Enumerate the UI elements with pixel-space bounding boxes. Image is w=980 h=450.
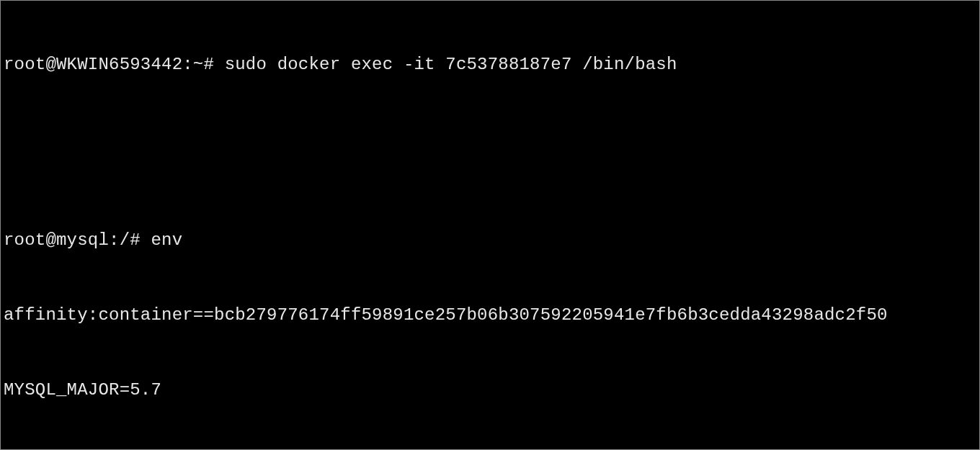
command-text-2: env (151, 230, 182, 250)
env-affinity: affinity:container==bcb279776174ff59891c… (4, 303, 976, 328)
command-line-1: root@WKWIN6593442:~# sudo docker exec -i… (4, 53, 976, 78)
terminal-window[interactable]: root@WKWIN6593442:~# sudo docker exec -i… (4, 2, 976, 450)
output-gap (4, 127, 976, 178)
command-text-1: sudo docker exec -it 7c53788187e7 /bin/b… (225, 55, 677, 74)
prompt-host-1: root@WKWIN6593442:~# (4, 55, 225, 74)
env-mysql-major: MYSQL_MAJOR=5.7 (4, 378, 976, 403)
prompt-host-2: root@mysql:/# (4, 230, 151, 250)
command-line-2: root@mysql:/# env (4, 228, 976, 253)
